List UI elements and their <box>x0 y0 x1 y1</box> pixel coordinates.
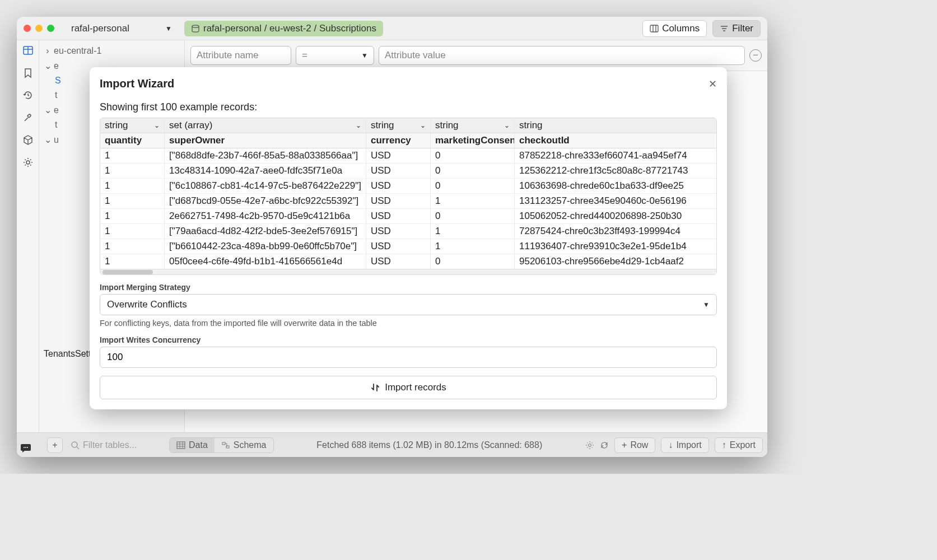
region-label: e <box>54 105 59 115</box>
filter-row: Attribute name = ▼ Attribute value − <box>185 40 767 71</box>
data-tab[interactable]: Data <box>170 438 215 452</box>
chevron-down-icon: ▼ <box>165 25 172 32</box>
svg-point-12 <box>25 447 26 448</box>
type-header[interactable]: string⌄ <box>366 118 431 133</box>
settings-small-icon[interactable] <box>585 441 594 450</box>
chevron-down-icon: ▼ <box>361 52 368 59</box>
horizontal-scrollbar[interactable] <box>100 269 716 274</box>
table-icon[interactable] <box>22 45 34 56</box>
concurrency-input[interactable] <box>100 347 717 368</box>
chevron-down-icon: ⌄ <box>420 122 426 129</box>
concurrency-value[interactable] <box>107 352 710 363</box>
column-name: superOwner <box>165 133 366 148</box>
bookmark-icon[interactable] <box>22 67 34 78</box>
add-row-button[interactable]: +Row <box>614 437 655 453</box>
merge-strategy-value: Overwrite Conflicts <box>107 299 187 310</box>
chevron-down-icon: ⌄ <box>504 122 510 129</box>
search-icon <box>71 441 80 450</box>
breadcrumb[interactable]: rafal-personal / eu-west-2 / Subscriptio… <box>184 21 383 36</box>
columns-icon <box>650 25 659 32</box>
tools-icon[interactable] <box>22 112 34 123</box>
cell: 13c48314-1090-42a7-aee0-fdfc35f71e0a <box>165 164 366 178</box>
close-modal-button[interactable]: ✕ <box>708 78 717 90</box>
cell: 0 <box>431 254 515 269</box>
cube-icon[interactable] <box>22 134 34 146</box>
cell: 105062052-chred4400206898-250b30 <box>515 209 716 223</box>
cell: 1 <box>100 194 165 208</box>
type-header-row: string⌄ set (array)⌄ string⌄ string⌄ str… <box>100 118 716 133</box>
view-segment: Data Schema <box>169 437 274 453</box>
svg-point-14 <box>72 442 77 447</box>
cell: 1 <box>431 239 515 254</box>
preview-table: string⌄ set (array)⌄ string⌄ string⌄ str… <box>100 118 717 275</box>
import-button[interactable]: ↓ Import <box>661 437 708 453</box>
refresh-icon[interactable] <box>600 441 609 450</box>
table-row[interactable]: 1["6c108867-cb81-4c14-97c5-be876422e229"… <box>100 179 716 194</box>
cell: ["868d8dfe-23b7-466f-85a5-88a0338566aa"] <box>165 148 366 163</box>
merge-strategy-select[interactable]: Overwrite Conflicts ▼ <box>100 294 717 315</box>
table-row[interactable]: 1["b6610442-23ca-489a-bb99-0e60ffc5b70e"… <box>100 239 716 254</box>
type-header[interactable]: set (array)⌄ <box>165 118 366 133</box>
table-row[interactable]: 1["d687bcd9-055e-42e7-a6bc-bfc922c55392"… <box>100 194 716 209</box>
column-name: currency <box>366 133 431 148</box>
cell: 1 <box>100 209 165 223</box>
svg-point-11 <box>24 447 25 448</box>
remove-filter-button[interactable]: − <box>749 49 762 62</box>
table-row[interactable]: 105f0cee4-c6fe-49fd-b1b1-416566561e4dUSD… <box>100 254 716 269</box>
cell: 106363698-chrede60c1ba633-df9ee25 <box>515 179 716 193</box>
export-button[interactable]: ↑ Export <box>715 437 763 453</box>
cell: 0 <box>431 179 515 193</box>
modal-subtitle: Showing first 100 example records: <box>100 101 717 113</box>
table-row[interactable]: 1["79aa6acd-4d82-42f2-bde5-3ee2ef576915"… <box>100 224 716 239</box>
cell: 1 <box>100 164 165 178</box>
operator-select[interactable]: = ▼ <box>296 46 374 65</box>
cell: 1 <box>100 179 165 193</box>
profile-selector[interactable]: rafal-personal ▼ <box>66 22 178 35</box>
titlebar: rafal-personal ▼ rafal-personal / eu-wes… <box>17 17 767 40</box>
svg-point-10 <box>26 161 30 164</box>
filter-tables-input[interactable]: Filter tables... <box>68 438 164 452</box>
cell: 72875424-chre0c3b23ff493-199994c4 <box>515 224 716 239</box>
import-records-button[interactable]: Import records <box>100 376 717 399</box>
table-row[interactable]: 12e662751-7498-4c2b-9570-d5e9c4121b6aUSD… <box>100 209 716 224</box>
app-window: rafal-personal ▼ rafal-personal / eu-wes… <box>17 17 767 457</box>
merge-strategy-help: For conflicting keys, data from the impo… <box>100 319 717 328</box>
row-label: Row <box>630 440 648 450</box>
cell: 0 <box>431 209 515 223</box>
table-row[interactable]: 113c48314-1090-42a7-aee0-fdfc35f71e0aUSD… <box>100 164 716 179</box>
concurrency-label: Import Writes Concurrency <box>100 335 717 344</box>
svg-rect-16 <box>177 442 185 449</box>
type-header[interactable]: string⌄ <box>431 118 515 133</box>
cell: ["79aa6acd-4d82-42f2-bde5-3ee2ef576915"] <box>165 224 366 239</box>
svg-point-13 <box>27 447 28 448</box>
chevron-down-icon: ⌄ <box>154 122 160 129</box>
attribute-name-input[interactable]: Attribute name <box>190 46 291 65</box>
table-row[interactable]: 1["868d8dfe-23b7-466f-85a5-88a0338566aa"… <box>100 148 716 164</box>
cell: 1 <box>431 224 515 239</box>
columns-button[interactable]: Columns <box>642 20 707 37</box>
profile-name: rafal-personal <box>71 23 129 34</box>
minimize-window-button[interactable] <box>35 25 43 32</box>
cell: ["b6610442-23ca-489a-bb99-0e60ffc5b70e"] <box>165 239 366 254</box>
operator-value: = <box>302 50 307 61</box>
schema-tab[interactable]: Schema <box>215 438 273 452</box>
add-table-button[interactable]: + <box>47 437 63 453</box>
attribute-value-input[interactable]: Attribute value <box>379 46 745 65</box>
import-label: Import <box>676 440 701 450</box>
region-row[interactable]: ›eu-central-1 <box>39 44 184 58</box>
type-header[interactable]: string⌄ <box>100 118 165 133</box>
database-icon <box>191 25 200 32</box>
maximize-window-button[interactable] <box>47 25 54 32</box>
grid-icon <box>176 441 185 449</box>
cell: 1 <box>100 148 165 163</box>
chat-icon[interactable] <box>17 438 36 457</box>
cell: USD <box>366 239 431 254</box>
filter-button[interactable]: Filter <box>712 20 761 37</box>
region-label: e <box>54 61 59 71</box>
breadcrumb-text: rafal-personal / eu-west-2 / Subscriptio… <box>203 23 376 34</box>
column-name: checkoutId <box>515 133 716 148</box>
settings-icon[interactable] <box>22 157 34 168</box>
data-tab-label: Data <box>189 440 208 450</box>
history-icon[interactable] <box>22 90 34 101</box>
close-window-button[interactable] <box>24 25 31 32</box>
